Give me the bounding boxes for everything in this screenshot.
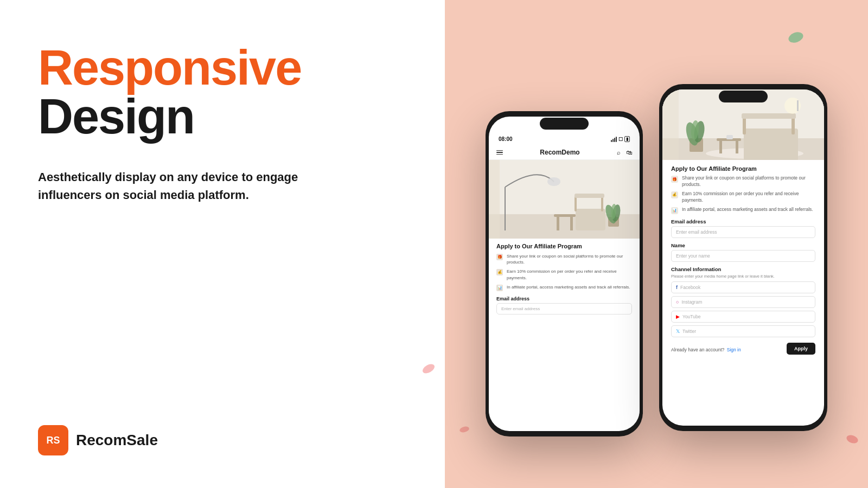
p2-feat-2: Earn 10% commission on per order you ref…	[682, 191, 815, 204]
p2-youtube-input[interactable]: ▶ YouTube	[671, 311, 815, 323]
p2-feat-1: Share your link or coupon on social plat…	[682, 175, 815, 188]
svg-rect-14	[575, 194, 604, 198]
deco-leaf-top-right	[786, 30, 806, 47]
phone-2-screen: Apply to Our Affiliate Program 🎁 Share y…	[662, 89, 824, 426]
money-icon-2: 💰	[671, 191, 678, 198]
left-panel: Responsive Design Aesthetically display …	[0, 0, 445, 488]
p2-account-text: Already have an account? Sign in	[671, 344, 741, 354]
navbar-icons: ⌕ 🛍	[617, 149, 632, 156]
portal-icon: 📊	[496, 285, 503, 291]
p2-feat-3: In affiliate portal, access marketing as…	[682, 207, 813, 213]
svg-rect-19	[489, 160, 500, 239]
logo-name: RecomSale	[76, 432, 158, 449]
cart-icon[interactable]: 🛍	[626, 149, 632, 156]
phone-2: Apply to Our Affiliate Program 🎁 Share y…	[659, 84, 827, 431]
logo-icon: RS	[38, 425, 68, 455]
phone-1: 08:00 ☐ ▮	[486, 111, 643, 436]
gift-icon: 🎁	[496, 254, 503, 260]
headline-design: Design	[38, 92, 407, 141]
p2-name-label: Name	[671, 242, 815, 248]
headline-responsive: Responsive	[38, 43, 407, 92]
app-name: RecomDemo	[540, 149, 579, 156]
svg-rect-34	[726, 135, 733, 139]
p2-email-input[interactable]: Enter email address	[671, 226, 815, 238]
svg-rect-8	[554, 214, 576, 217]
signal-bars	[611, 137, 617, 142]
p2-twitter-input[interactable]: 𝕏 Twitter	[671, 325, 815, 337]
instagram-icon: ○	[676, 299, 679, 305]
phone-1-feature-2: 💰 Earn 10% commission on per order you r…	[489, 267, 640, 282]
phone-1-status-icons: ☐ ▮	[611, 136, 630, 142]
svg-point-0	[421, 363, 436, 375]
svg-rect-10	[570, 217, 573, 230]
battery-icon: ▮	[624, 136, 630, 142]
phone-1-navbar: RecomDemo ⌕ 🛍	[489, 145, 640, 160]
phone-2-section-title: Apply to Our Affiliate Program	[671, 165, 815, 172]
svg-rect-23	[744, 129, 798, 160]
svg-rect-36	[797, 100, 799, 111]
facebook-icon: f	[676, 285, 678, 290]
svg-point-3	[459, 426, 470, 433]
email-label: Email address	[489, 293, 640, 303]
portal-icon-2: 📊	[671, 207, 678, 214]
hamburger-icon[interactable]	[496, 150, 503, 155]
p2-email-label: Email address	[671, 219, 815, 224]
phone-2-feature-3: 📊 In affiliate portal, access marketing …	[671, 207, 815, 214]
feature-text-1: Share your link or coupon on social plat…	[507, 253, 632, 265]
svg-point-1	[787, 30, 805, 44]
svg-rect-37	[662, 89, 679, 160]
phone-1-feature-1: 🎁 Share your link or coupon on social pl…	[489, 252, 640, 267]
twitter-icon: 𝕏	[676, 329, 680, 334]
p2-channel-hint: Please enter your media home page link o…	[671, 274, 815, 279]
phone-1-screen: 08:00 ☐ ▮	[489, 117, 640, 431]
phone-1-notch	[540, 118, 589, 130]
youtube-icon: ▶	[676, 314, 680, 319]
svg-rect-26	[742, 113, 796, 119]
p2-channel-label: Channel Information	[671, 266, 815, 272]
search-icon[interactable]: ⌕	[617, 149, 621, 156]
phone-2-feature-1: 🎁 Share your link or coupon on social pl…	[671, 175, 815, 188]
deco-leaf-bottom-right	[845, 433, 860, 447]
feature-text-2: Earn 10% commission on per order you ref…	[507, 268, 632, 280]
deco-leaf-left-panel	[420, 363, 437, 377]
phone-1-time: 08:00	[499, 136, 513, 142]
right-panel: 08:00 ☐ ▮	[445, 0, 868, 488]
phone-2-feature-2: 💰 Earn 10% commission on per order you r…	[671, 191, 815, 204]
wifi-icon: ☐	[618, 137, 623, 142]
phone-1-section-title: Apply to Our Affiliate Program	[489, 239, 640, 252]
svg-rect-32	[719, 141, 722, 153]
apply-button[interactable]: Apply	[787, 343, 815, 355]
phone-1-feature-3: 📊 In affiliate portal, access marketing …	[489, 282, 640, 293]
svg-rect-33	[736, 141, 738, 153]
phone-2-notch	[719, 91, 768, 102]
subtitle-text: Aesthetically display on any device to e…	[38, 168, 298, 204]
p2-name-input[interactable]: Enter your name	[671, 250, 815, 262]
phone-1-hero	[489, 160, 640, 239]
phone-2-content: Apply to Our Affiliate Program 🎁 Share y…	[662, 160, 824, 360]
p2-facebook-input[interactable]: f Facebook	[671, 281, 815, 293]
svg-point-7	[547, 177, 560, 186]
sign-in-link[interactable]: Sign in	[727, 347, 741, 352]
svg-rect-11	[576, 209, 605, 230]
phones-container: 08:00 ☐ ▮	[486, 84, 827, 436]
logo-area: RS RecomSale	[38, 425, 158, 455]
p2-instagram-input[interactable]: ○ Instagram	[671, 296, 815, 308]
gift-icon-2: 🎁	[671, 176, 678, 183]
email-input-placeholder[interactable]: Enter email address	[496, 303, 632, 314]
svg-point-2	[845, 434, 859, 445]
svg-rect-9	[557, 217, 559, 230]
deco-leaf-bottom-left	[458, 425, 470, 436]
feature-text-3: In affiliate portal, access marketing as…	[507, 284, 630, 290]
phone-1-status-bar: 08:00 ☐ ▮	[489, 129, 640, 145]
p2-bottom-row: Already have an account? Sign in Apply	[671, 343, 815, 355]
money-icon: 💰	[496, 269, 503, 275]
